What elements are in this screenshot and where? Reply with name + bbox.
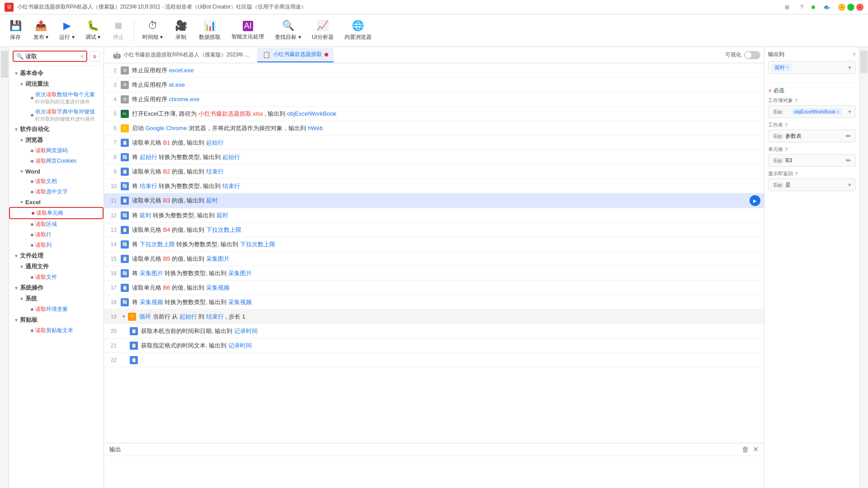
find-target-button[interactable]: 🔍 查找目标 ▾: [270, 18, 305, 43]
workbook-tag-close[interactable]: ×: [837, 109, 840, 114]
timer-button[interactable]: ⏱ 时间组 ▾: [138, 18, 167, 43]
publish-button[interactable]: 📤 发布 ▾: [29, 18, 53, 43]
data-capture-button[interactable]: 📊 数据抓取: [194, 18, 225, 43]
tree-item-read-env-var[interactable]: ▶ 读取环境变量: [9, 304, 104, 314]
cell-edit-icon[interactable]: ✏: [846, 157, 851, 164]
tree-item-read-dict[interactable]: ▶ 依次读取字典中每对键值 针对取到的键值对进行操作: [9, 107, 104, 124]
fish-button[interactable]: 🐟: [821, 3, 833, 11]
debug-button[interactable]: 🐛 调试 ▾: [81, 18, 105, 43]
output-close-button[interactable]: ✕: [753, 445, 759, 454]
tree-item-clipboard[interactable]: ▼ 剪贴板: [9, 314, 104, 325]
tree-item-read-row[interactable]: ▶ 读取行: [9, 230, 104, 240]
search-clear-icon[interactable]: ×: [80, 53, 84, 60]
row-content: 打开Excel工作薄, 路径为 小红书爆款选题抓取.xlsx , 输出到 obj…: [132, 110, 764, 118]
timer-icon: ⏱: [148, 20, 158, 32]
output-to-field[interactable]: 延时 × ▾: [768, 61, 855, 74]
tree-item-read-array[interactable]: ▶ 依次读取数组中每个元素 针对取到的元素进行操作: [9, 89, 104, 107]
row-content: 终止应用程序 chrome.exe: [132, 95, 764, 103]
tab-main-workflow[interactable]: 🤖 小红书爆款选题抓取RPA机器人（搜索版）2023年10月30日: [108, 48, 255, 62]
toggle-knob: [745, 52, 751, 58]
search-extra-button[interactable]: ≡: [89, 51, 100, 62]
tree-item-system-ops[interactable]: ▼ 系统操作: [9, 282, 104, 293]
workbook-value[interactable]: Exp objExcelWorkBook × ▾: [768, 105, 855, 118]
minimize-button[interactable]: −: [838, 4, 845, 11]
close-button[interactable]: ×: [856, 4, 863, 11]
tab-current-workflow[interactable]: 📋 小红书爆款选题抓取: [257, 48, 334, 62]
tree-item-read-col[interactable]: ▶ 读取列: [9, 240, 104, 250]
row-number: 7: [104, 140, 120, 146]
ui-analyzer-button[interactable]: 📈 UI分析器: [307, 18, 338, 43]
workbook-dropdown-icon[interactable]: ▾: [848, 108, 851, 115]
tree-item-vocab[interactable]: ▼ 词法重法: [9, 79, 104, 89]
center-panel: 🤖 小红书爆款选题抓取RPA机器人（搜索版）2023年10月30日 📋 小红书爆…: [104, 47, 764, 488]
search-input[interactable]: [25, 53, 80, 60]
tree-item-read-page-source[interactable]: ▶ 读取网页源码: [9, 145, 104, 156]
tree-item-file-handling[interactable]: ▼ 文件处理: [9, 250, 104, 261]
cell-value[interactable]: Exp B3 ✏: [768, 154, 855, 167]
title-bar-text: 小红书爆款选题抓取RPA机器人（搜索版）2023年10月30日 · 流程创造者（…: [17, 3, 307, 11]
right-panel: 输出到 ? 延时 × ▾ ∧ 必选: [764, 47, 859, 488]
record-button[interactable]: 🎥 录制: [169, 18, 193, 43]
return-dropdown-icon[interactable]: ▾: [848, 181, 851, 188]
return-help-icon[interactable]: ?: [795, 171, 797, 177]
tree-item-excel[interactable]: ▼ Excel: [9, 197, 104, 207]
workbook-field: 工作簿对象 ? Exp objExcelWorkBook × ▾: [768, 97, 855, 118]
worksheet-edit-icon[interactable]: ✏: [846, 132, 851, 140]
tree-item-read-cell[interactable]: ▶ 读取单元格: [9, 207, 104, 219]
tree-item-read-selected-text[interactable]: ▶ 读取选中文字: [9, 187, 104, 197]
row-expand-icon[interactable]: ▼: [120, 313, 127, 320]
stop-button[interactable]: ⏹ 停止: [107, 18, 130, 43]
debug-icon: 🐛: [87, 20, 99, 32]
worksheet-value[interactable]: Exp 参数表 ✏: [768, 130, 855, 142]
workbook-help-icon[interactable]: ?: [795, 98, 797, 103]
far-right-button[interactable]: [860, 51, 868, 73]
workflow-row-18: 18 🔄 将 采集视频 转换为整数类型, 输出到 采集视频: [104, 295, 764, 310]
output-to-section: 输出到 ? 延时 × ▾: [768, 51, 855, 74]
return-value[interactable]: Exp 是 ▾: [768, 178, 855, 191]
save-button[interactable]: 💾 保存: [4, 18, 27, 43]
browser-button[interactable]: 🌐 内置浏览器: [340, 18, 376, 43]
row-icon: 📋: [120, 196, 129, 205]
output-tag-close[interactable]: ×: [786, 65, 789, 70]
workflow-row-7: 7 📋 读取单元格 B1 的值, 输出到 起始行: [104, 136, 764, 150]
tree-toggle: ▼: [18, 295, 25, 302]
tab-icon-main: 🤖: [113, 52, 121, 59]
grid-button[interactable]: ⊞: [782, 3, 792, 11]
cell-help-icon[interactable]: ?: [785, 147, 788, 152]
tree-item-read-doc[interactable]: ▶ 读取文档: [9, 176, 104, 187]
row-icon: 📋: [129, 341, 138, 350]
worksheet-help-icon[interactable]: ?: [785, 122, 788, 128]
search-input-wrap: 🔍 ×: [13, 51, 87, 62]
tree-item-read-cookies[interactable]: ▶ 读取网页Cookies: [9, 156, 104, 166]
tree-item-read-range[interactable]: ▶ 读取区域: [9, 219, 104, 230]
tree-dot: [31, 308, 33, 311]
tree-item-basic-commands[interactable]: ▼ 基本命令: [9, 68, 104, 79]
tree-item-word[interactable]: ▼ Word: [9, 166, 104, 176]
row-content: ...: [141, 357, 764, 363]
output-dropdown-icon[interactable]: ▾: [848, 64, 851, 71]
tree-item-system[interactable]: ▼ 系统: [9, 293, 104, 304]
output-delete-button[interactable]: 🗑: [742, 446, 749, 454]
run-icon: ▶: [63, 20, 71, 32]
tree-item-browser[interactable]: ▼ 浏览器: [9, 135, 104, 145]
row-content: 将 下拉次数上限 转换为整数类型, 输出到 下拉次数上限: [132, 240, 764, 249]
tree-toggle-leaf: ▶: [24, 327, 31, 334]
output-help-icon[interactable]: ?: [853, 52, 855, 57]
maximize-button[interactable]: □: [847, 4, 854, 11]
help-button[interactable]: ?: [797, 3, 806, 11]
workflow-row-15: 15 📋 读取单元格 B5 的值, 输出到 采集图片: [104, 252, 764, 266]
worksheet-value-text: 参数表: [785, 132, 846, 140]
run-button[interactable]: ▶ 运行 ▾: [55, 18, 79, 43]
row-icon: ⚙: [120, 95, 129, 104]
tree-toggle-leaf: ▶: [24, 210, 32, 217]
toggle-btn[interactable]: [1, 51, 8, 78]
ai-text-button[interactable]: AI 智能文论处理: [227, 19, 269, 42]
row-play-button[interactable]: ▶: [750, 195, 760, 206]
row-icon: 🔄: [120, 211, 129, 220]
tree-item-software-auto[interactable]: ▼ 软件自动化: [9, 124, 104, 135]
tree-dot: [31, 114, 33, 117]
visible-switch[interactable]: [744, 51, 760, 59]
tree-item-read-file[interactable]: ▶ 读取文件: [9, 272, 104, 282]
tree-item-read-clipboard[interactable]: ▶ 读取剪贴板文本: [9, 325, 104, 336]
tree-item-general-file[interactable]: ▼ 通用文件: [9, 261, 104, 272]
